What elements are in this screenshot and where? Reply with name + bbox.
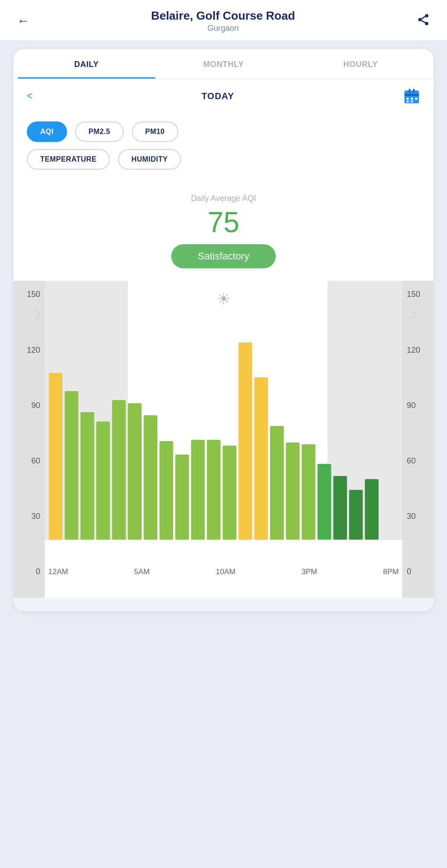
y-label-0-right: 0 — [407, 567, 431, 576]
date-navigation: < TODAY — [13, 79, 434, 113]
svg-rect-14 — [415, 98, 417, 100]
y-label-0-left: 0 — [18, 567, 40, 576]
sun-icon: ☀ — [216, 290, 231, 309]
x-axis-labels: 12AM 5AM 10AM 3PM 8PM — [45, 564, 402, 576]
svg-rect-35 — [302, 444, 316, 540]
svg-rect-23 — [112, 400, 126, 540]
share-button[interactable] — [413, 11, 434, 31]
svg-rect-19 — [49, 373, 63, 540]
svg-rect-33 — [270, 426, 284, 540]
svg-rect-12 — [407, 98, 409, 100]
svg-line-4 — [422, 17, 426, 19]
chart-wrapper: ☽ 150 120 90 60 30 0 ☀ — [13, 281, 434, 598]
location-subtitle: Gurgaon — [33, 24, 413, 33]
chart-container: ☽ 150 120 90 60 30 0 ☀ — [13, 281, 434, 598]
svg-rect-22 — [96, 421, 110, 540]
svg-rect-29 — [207, 440, 221, 540]
x-label-10am: 10AM — [216, 568, 236, 576]
aqi-display: Daily Average AQI 75 Satisfactory — [13, 189, 434, 281]
svg-rect-27 — [175, 455, 189, 540]
prev-date-button[interactable]: < — [27, 90, 33, 102]
svg-rect-32 — [254, 377, 268, 540]
x-label-5am: 5AM — [134, 568, 150, 576]
aqi-status-badge: Satisfactory — [171, 244, 276, 268]
svg-rect-15 — [407, 100, 409, 102]
location-title: Belaire, Golf Course Road — [33, 9, 413, 23]
y-label-60-right: 60 — [407, 456, 431, 466]
y-label-150-left: 150 — [18, 290, 40, 299]
svg-rect-24 — [128, 403, 142, 540]
x-label-3pm: 3PM — [302, 568, 317, 576]
header: ← Belaire, Golf Course Road Gurgaon — [0, 0, 447, 40]
svg-point-1 — [418, 18, 422, 21]
moon-icon-right: ☽ — [406, 308, 417, 322]
back-button[interactable]: ← — [13, 12, 33, 30]
share-icon — [417, 13, 430, 26]
metric-humidity-button[interactable]: HUMIDITY — [118, 149, 181, 170]
metric-temperature-button[interactable]: TEMPERATURE — [27, 149, 110, 170]
tab-hourly[interactable]: HOURLY — [292, 49, 429, 79]
svg-point-0 — [425, 14, 429, 18]
svg-rect-39 — [365, 479, 379, 540]
main-card: DAILY MONTHLY HOURLY < TODAY AQI PM2.5 P… — [13, 49, 434, 611]
y-label-120-left: 120 — [18, 346, 40, 355]
svg-rect-13 — [411, 98, 413, 100]
y-label-120-right: 120 — [407, 346, 431, 355]
tab-daily[interactable]: DAILY — [18, 49, 155, 79]
y-label-60-left: 60 — [18, 456, 40, 466]
metric-pm25-button[interactable]: PM2.5 — [75, 121, 124, 142]
tabs-container: DAILY MONTHLY HOURLY — [13, 49, 434, 79]
svg-rect-26 — [160, 441, 173, 540]
chart-main-area: ☀ — [45, 281, 402, 598]
svg-rect-21 — [80, 412, 94, 540]
svg-rect-10 — [409, 89, 410, 93]
svg-rect-25 — [143, 415, 157, 540]
tab-monthly[interactable]: MONTHLY — [155, 49, 292, 79]
calendar-icon[interactable] — [403, 88, 420, 104]
y-label-150-right: 150 — [407, 290, 431, 299]
svg-rect-36 — [317, 464, 331, 540]
metric-pm10-button[interactable]: PM10 — [132, 121, 178, 142]
svg-rect-20 — [65, 391, 79, 540]
svg-rect-37 — [333, 476, 347, 540]
y-label-90-right: 90 — [407, 401, 431, 410]
svg-rect-31 — [238, 342, 252, 540]
aqi-value: 75 — [22, 207, 425, 238]
svg-rect-11 — [413, 89, 415, 93]
y-label-90-left: 90 — [18, 401, 40, 410]
y-axis-right: ☽ 150 120 90 60 30 0 — [402, 281, 434, 598]
svg-point-2 — [425, 22, 429, 25]
header-title-block: Belaire, Golf Course Road Gurgaon — [33, 9, 413, 33]
moon-icon-left: ☽ — [30, 308, 41, 322]
svg-rect-38 — [349, 490, 363, 540]
y-label-30-left: 30 — [18, 512, 40, 521]
x-label-12am: 12AM — [48, 568, 68, 576]
metric-row-1: AQI PM2.5 PM10 — [27, 121, 420, 142]
bar-chart-svg — [45, 281, 402, 562]
svg-line-3 — [422, 21, 426, 23]
y-label-30-right: 30 — [407, 512, 431, 521]
y-axis-left: ☽ 150 120 90 60 30 0 — [13, 281, 45, 598]
svg-rect-16 — [411, 100, 413, 102]
svg-rect-34 — [286, 442, 300, 540]
current-date-label: TODAY — [202, 91, 234, 101]
svg-rect-30 — [223, 446, 236, 540]
svg-rect-28 — [191, 440, 205, 540]
metric-aqi-button[interactable]: AQI — [27, 121, 67, 142]
metric-section: AQI PM2.5 PM10 TEMPERATURE HUMIDITY — [13, 113, 434, 189]
aqi-average-label: Daily Average AQI — [22, 194, 425, 203]
x-label-8pm: 8PM — [383, 568, 399, 576]
metric-row-2: TEMPERATURE HUMIDITY — [27, 149, 420, 170]
